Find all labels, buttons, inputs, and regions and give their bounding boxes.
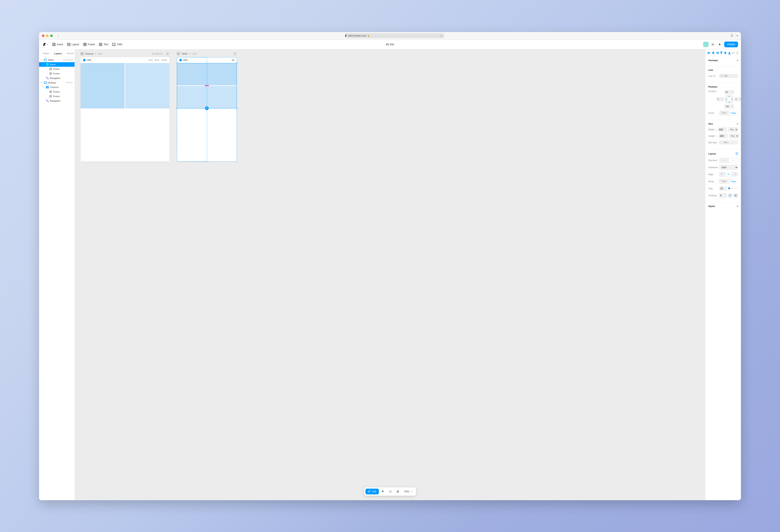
styles-section: Styles+ xyxy=(705,202,741,212)
tab-layers[interactable]: Layers xyxy=(52,51,64,56)
align-bottom-icon[interactable] xyxy=(728,51,731,54)
url-bar[interactable]: beta.framer.com 🔒 ☰ xyxy=(345,33,444,38)
cursor-tool-button[interactable] xyxy=(380,489,386,494)
settings-button[interactable] xyxy=(710,42,716,47)
add-size-button[interactable]: + xyxy=(737,123,738,125)
padding-input[interactable] xyxy=(719,193,727,198)
insert-button[interactable]: Insert xyxy=(51,42,65,47)
maximize-window-button[interactable] xyxy=(50,35,53,37)
position-right-input[interactable]: 0R xyxy=(734,97,741,101)
add-style-button[interactable]: + xyxy=(737,205,738,207)
preview-button[interactable] xyxy=(717,42,723,47)
zoom-level[interactable]: 50% ▾ xyxy=(402,489,415,494)
padding-label: Padding xyxy=(708,194,719,197)
layer-row-frame[interactable]: Frame xyxy=(39,71,75,76)
play-icon[interactable]: ▶ xyxy=(177,52,180,55)
new-tab-icon[interactable]: + xyxy=(736,34,738,38)
layer-row-desktop[interactable]: ▾DesktopPrimary xyxy=(39,80,75,85)
height-input[interactable] xyxy=(719,134,728,138)
fixed-false[interactable]: False xyxy=(729,111,738,115)
layer-row-tablet[interactable]: ▾TabletBreakpoint xyxy=(39,58,75,62)
hand-tool-button[interactable] xyxy=(387,489,394,494)
add-overlay-button[interactable]: + xyxy=(737,59,738,61)
align-center-v-icon[interactable] xyxy=(724,51,727,54)
link-icon xyxy=(721,75,723,77)
add-breakpoint-button[interactable]: + xyxy=(166,52,169,56)
align-top-icon[interactable] xyxy=(720,51,723,54)
direction-vertical[interactable]: ↕ xyxy=(729,158,738,162)
svg-rect-12 xyxy=(729,52,730,54)
wrap-false[interactable]: False xyxy=(729,179,738,184)
cms-button[interactable]: CMS xyxy=(110,42,124,47)
align-center-button[interactable]: ⊣⊢ xyxy=(725,172,732,177)
share-icon[interactable] xyxy=(730,34,733,38)
link-dims-icon[interactable]: ⎘ xyxy=(715,129,717,131)
minmax-input[interactable]: ↔Add... xyxy=(719,140,738,145)
align-right-icon[interactable] xyxy=(716,51,719,54)
wrap-true[interactable]: True xyxy=(719,179,728,184)
play-icon[interactable]: ▶ xyxy=(81,52,84,55)
add-breakpoint-button[interactable]: + xyxy=(233,52,237,56)
gap-input[interactable] xyxy=(719,186,727,191)
link-dims-icon[interactable]: ⎘ xyxy=(716,135,717,137)
align-center-h-icon[interactable] xyxy=(712,51,715,54)
width-input[interactable] xyxy=(718,127,727,132)
document-title[interactable]: My Site xyxy=(386,43,394,46)
fixed-toggle[interactable]: True False xyxy=(719,110,738,115)
minimize-window-button[interactable] xyxy=(46,35,49,37)
wrap-toggle[interactable]: True False xyxy=(719,179,738,184)
height-mode-select[interactable]: Fixed xyxy=(729,134,739,139)
publish-button[interactable]: Publish xyxy=(724,42,738,47)
artboard-name[interactable]: Tablet xyxy=(182,52,187,55)
size-section-label: Size xyxy=(708,123,713,125)
gap-slider[interactable] xyxy=(728,188,738,189)
layer-row-columns[interactable]: ▾Columns xyxy=(39,85,75,90)
position-anchor[interactable] xyxy=(725,95,733,103)
app-menu[interactable]: ▾ xyxy=(42,42,49,47)
comment-tool-button[interactable] xyxy=(394,489,401,494)
tab-pages[interactable]: Pages xyxy=(41,51,51,56)
svg-rect-2 xyxy=(708,52,710,53)
layer-row-navigation[interactable]: Navigation xyxy=(39,76,75,80)
link-to-input[interactable]: Add... xyxy=(719,74,738,78)
frame-button[interactable]: Frame xyxy=(82,42,97,47)
reader-icon[interactable]: ☰ xyxy=(440,35,442,37)
layout-button[interactable]: Layout xyxy=(65,42,81,47)
chevron-down-icon[interactable]: ▾ xyxy=(95,53,96,55)
tab-assets[interactable]: Assets xyxy=(65,51,76,56)
layer-row-frame[interactable]: Frame xyxy=(39,67,75,71)
artboard-tablet[interactable]: ▶ Tablet ▾ 1199 + LOGO xyxy=(177,57,237,161)
distribute-v-icon[interactable] xyxy=(736,51,739,54)
link-tool-button[interactable]: Link xyxy=(365,489,379,494)
width-mode-select[interactable]: Fixed xyxy=(728,127,738,132)
position-bottom-input[interactable]: 700B xyxy=(724,104,734,109)
artboard-name[interactable]: Desktop xyxy=(85,52,93,55)
browser-back-button[interactable]: ‹ xyxy=(58,34,59,38)
text-button[interactable]: TText xyxy=(97,42,110,47)
direction-toggle[interactable]: ↔ ↕ xyxy=(719,158,738,163)
layer-row-rows[interactable]: ▾Rows xyxy=(39,62,75,67)
position-top-input[interactable]: 80T xyxy=(724,90,734,94)
distribute-select[interactable]: Start xyxy=(719,165,738,170)
align-segmented[interactable]: ⊢ ⊣⊢ ⊣ xyxy=(719,172,738,177)
padding-per-side-button[interactable] xyxy=(733,193,738,198)
user-avatar[interactable] xyxy=(703,42,709,47)
distribute-label: Distribute xyxy=(708,166,719,168)
padding-uniform-button[interactable] xyxy=(728,193,732,198)
align-start-button[interactable]: ⊢ xyxy=(719,172,725,177)
artboard-desktop[interactable]: ▶ Desktop ▾ 1200 Breakpoint + LOGO Home … xyxy=(81,57,169,161)
layout-info-icon[interactable]: ⓘ xyxy=(736,152,738,155)
align-left-icon[interactable] xyxy=(708,51,711,54)
artboard-frame xyxy=(125,63,169,108)
layer-row-navigation[interactable]: Navigation xyxy=(39,99,75,103)
layer-row-frame[interactable]: Frame xyxy=(39,90,75,94)
align-end-button[interactable]: ⊣ xyxy=(732,172,738,177)
layer-row-frame[interactable]: Frame xyxy=(39,94,75,99)
fixed-true[interactable]: True xyxy=(719,110,728,115)
canvas[interactable]: ▶ Desktop ▾ 1200 Breakpoint + LOGO Home … xyxy=(75,49,705,500)
close-window-button[interactable] xyxy=(42,35,44,37)
chevron-down-icon[interactable]: ▾ xyxy=(189,53,190,55)
distribute-h-icon[interactable] xyxy=(732,51,735,54)
direction-horizontal[interactable]: ↔ xyxy=(719,158,728,163)
position-left-input[interactable]: 0L xyxy=(716,97,724,101)
